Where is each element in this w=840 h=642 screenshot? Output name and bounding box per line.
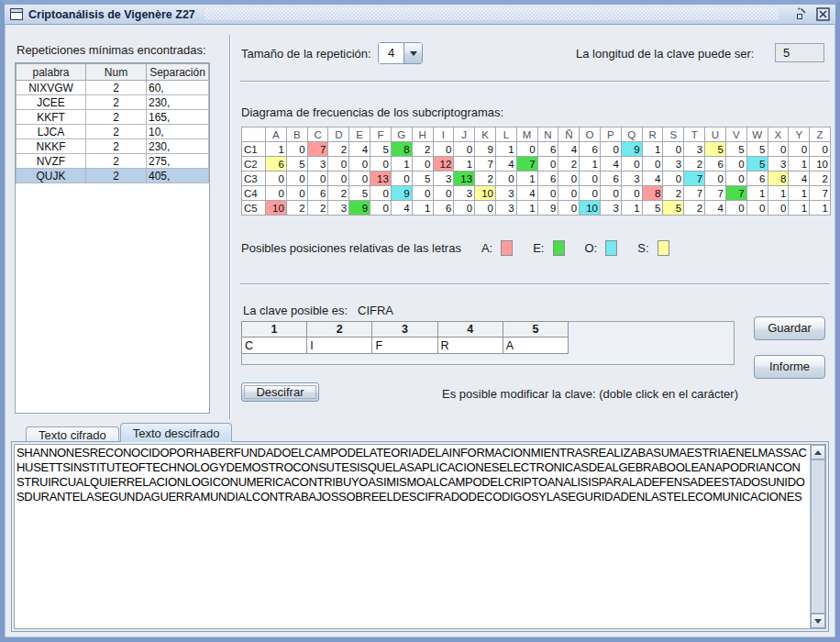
freq-cell[interactable]: 4 — [349, 142, 370, 157]
freq-cell[interactable]: 5 — [412, 172, 433, 186]
freq-cell[interactable]: 2 — [412, 142, 433, 157]
freq-cell[interactable]: 13 — [370, 172, 392, 186]
freq-cell[interactable]: 0 — [810, 142, 831, 157]
vertical-scrollbar[interactable] — [810, 445, 825, 628]
freq-cell[interactable]: 9 — [391, 186, 412, 201]
freq-cell[interactable]: 6 — [266, 157, 287, 172]
save-button[interactable]: Guardar — [754, 316, 825, 340]
rep-cell[interactable]: KKFT — [17, 110, 86, 125]
freq-cell[interactable]: 5 — [663, 201, 684, 216]
freq-cell[interactable]: 6 — [601, 172, 622, 186]
scroll-up-button[interactable] — [811, 445, 825, 459]
freq-cell[interactable]: 0 — [454, 201, 475, 216]
rep-table-row[interactable]: KKFT2165, — [17, 110, 209, 125]
freq-cell[interactable]: 3 — [328, 201, 349, 216]
freq-cell[interactable]: 0 — [370, 186, 392, 201]
freq-cell[interactable]: 7 — [705, 186, 726, 201]
freq-cell[interactable]: 12 — [433, 157, 454, 172]
rep-cell[interactable]: QUJK — [17, 169, 86, 183]
freq-cell[interactable]: 7 — [810, 186, 831, 201]
freq-cell[interactable]: 5 — [642, 201, 663, 216]
freq-cell[interactable]: 3 — [433, 172, 454, 186]
freq-cell[interactable]: 9 — [621, 142, 642, 157]
freq-cell[interactable]: 4 — [495, 157, 516, 172]
freq-cell[interactable]: 1 — [768, 186, 789, 201]
rep-table-row[interactable]: LJCA210, — [17, 125, 209, 139]
key-letter-cell[interactable]: C — [242, 338, 307, 354]
freq-cell[interactable]: 0 — [370, 157, 392, 172]
freq-cell[interactable]: 0 — [286, 172, 307, 186]
freq-cell[interactable]: 5 — [705, 142, 726, 157]
freq-cell[interactable]: 7 — [475, 157, 496, 172]
freq-cell[interactable]: 0 — [349, 172, 370, 186]
freq-cell[interactable]: 6 — [705, 157, 726, 172]
freq-cell[interactable]: 0 — [454, 142, 475, 157]
rep-cell[interactable]: 2 — [86, 110, 147, 125]
freq-cell[interactable]: 0 — [768, 142, 789, 157]
rep-cell[interactable]: 2 — [86, 139, 147, 154]
freq-cell[interactable]: 0 — [370, 201, 392, 216]
rep-column-header[interactable]: palabra — [17, 64, 86, 81]
maximize-icon[interactable] — [795, 7, 809, 21]
key-length-field[interactable]: 5 — [775, 43, 824, 62]
freq-cell[interactable]: 7 — [725, 186, 746, 201]
freq-cell[interactable]: 0 — [537, 157, 558, 172]
freq-cell[interactable]: 0 — [642, 157, 663, 172]
freq-cell[interactable]: 0 — [286, 186, 307, 201]
freq-cell[interactable]: 0 — [475, 201, 496, 216]
freq-cell[interactable]: 0 — [663, 172, 684, 186]
rep-table-row[interactable]: JCEE2230, — [17, 95, 209, 110]
freq-cell[interactable]: 0 — [495, 172, 516, 186]
freq-cell[interactable]: 6 — [307, 186, 328, 201]
rep-cell[interactable]: NKKF — [17, 139, 86, 154]
freq-cell[interactable]: 2 — [558, 157, 580, 172]
freq-cell[interactable]: 0 — [433, 186, 454, 201]
freq-cell[interactable]: 0 — [412, 186, 433, 201]
rep-column-header[interactable]: Num — [86, 64, 147, 81]
freq-cell[interactable]: 8 — [642, 186, 663, 201]
rep-table-row[interactable]: NVZF2275, — [17, 154, 209, 169]
repetition-size-combobox[interactable]: 4 — [378, 42, 423, 64]
freq-cell[interactable]: 0 — [725, 172, 746, 186]
freq-cell[interactable]: 2 — [328, 186, 349, 201]
freq-cell[interactable]: 0 — [558, 186, 580, 201]
rep-cell[interactable]: NIXVGW — [17, 81, 86, 95]
freq-cell[interactable]: 2 — [663, 186, 684, 201]
freq-cell[interactable]: 6 — [746, 172, 768, 186]
freq-cell[interactable]: 0 — [768, 201, 789, 216]
rep-cell[interactable]: LJCA — [17, 125, 86, 139]
freq-cell[interactable]: 1 — [580, 157, 601, 172]
rep-cell[interactable]: 2 — [86, 154, 147, 169]
freq-cell[interactable]: 4 — [789, 172, 810, 186]
freq-cell[interactable]: 2 — [684, 157, 705, 172]
freq-cell[interactable]: 4 — [642, 172, 663, 186]
freq-cell[interactable]: 6 — [433, 201, 454, 216]
freq-cell[interactable]: 2 — [475, 172, 496, 186]
key-letter-cell[interactable]: A — [503, 338, 568, 354]
freq-cell[interactable]: 0 — [286, 142, 307, 157]
freq-cell[interactable]: 3 — [495, 201, 516, 216]
freq-cell[interactable]: 6 — [537, 172, 558, 186]
freq-cell[interactable]: 2 — [307, 201, 328, 216]
freq-cell[interactable]: 0 — [725, 157, 746, 172]
freq-cell[interactable]: 10 — [266, 201, 287, 216]
freq-cell[interactable]: 8 — [391, 142, 412, 157]
freq-cell[interactable]: 1 — [789, 201, 810, 216]
freq-cell[interactable]: 1 — [516, 201, 537, 216]
freq-cell[interactable]: 6 — [537, 142, 558, 157]
freq-cell[interactable]: 1 — [412, 201, 433, 216]
freq-cell[interactable]: 5 — [725, 142, 746, 157]
decrypted-text-area[interactable]: SHANNONESRECONOCIDOPORHABERFUNDADOELCAMP… — [17, 446, 807, 626]
freq-cell[interactable]: 2 — [684, 201, 705, 216]
scroll-down-button[interactable] — [811, 614, 825, 628]
freq-cell[interactable]: 3 — [684, 142, 705, 157]
freq-cell[interactable]: 3 — [663, 157, 684, 172]
title-bar[interactable]: Criptoanálisis de Vigenère Z27 — [5, 5, 835, 25]
freq-cell[interactable]: 7 — [516, 157, 537, 172]
close-icon[interactable] — [816, 7, 830, 21]
freq-cell[interactable]: 0 — [725, 201, 746, 216]
freq-cell[interactable]: 0 — [516, 142, 537, 157]
freq-cell[interactable]: 3 — [307, 157, 328, 172]
freq-cell[interactable]: 5 — [746, 142, 768, 157]
rep-cell[interactable]: 230, — [147, 95, 209, 110]
